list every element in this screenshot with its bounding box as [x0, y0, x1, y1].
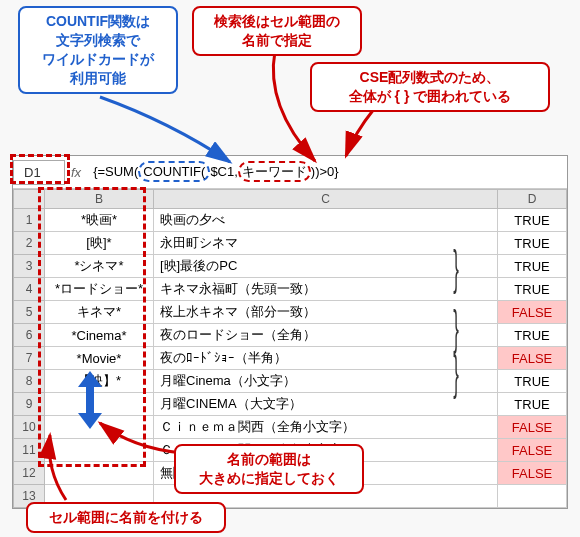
cell[interactable]: TRUE — [498, 278, 567, 301]
row-header[interactable]: 2 — [14, 232, 45, 255]
cell[interactable]: *Cinema* — [45, 324, 154, 347]
formula-part5: ))>0 — [311, 164, 334, 179]
cell[interactable]: FALSE — [498, 439, 567, 462]
cell[interactable]: *シネマ* — [45, 255, 154, 278]
callout-countif-wildcard: COUNTIF関数は文字列検索でワイルドカードが利用可能 — [18, 6, 178, 94]
cell[interactable]: *ロードショー* — [45, 278, 154, 301]
cell[interactable]: キネマ* — [45, 301, 154, 324]
cell[interactable]: FALSE — [498, 462, 567, 485]
table-row: 5キネマ*桜上水キネマ（部分一致）FALSE — [14, 301, 567, 324]
cell[interactable]: キネマ永福町（先頭一致） — [154, 278, 498, 301]
arrow-red-braces — [334, 104, 394, 164]
table-row: 2[映]*永田町シネマTRUE — [14, 232, 567, 255]
row-header[interactable]: 3 — [14, 255, 45, 278]
cell[interactable] — [498, 485, 567, 508]
callout-range-large: 名前の範囲は大きめに指定しておく — [174, 444, 364, 494]
arrow-red-name-range — [36, 430, 76, 504]
cell[interactable]: TRUE — [498, 232, 567, 255]
table-row: 4*ロードショー*キネマ永福町（先頭一致）TRUE — [14, 278, 567, 301]
table-row: 6*Cinema*夜のロードショー（全角）TRUE — [14, 324, 567, 347]
cell[interactable]: FALSE — [498, 347, 567, 370]
cell[interactable]: TRUE — [498, 370, 567, 393]
row-header[interactable]: 4 — [14, 278, 45, 301]
brace-icon-1: } — [453, 240, 459, 295]
name-box[interactable]: D1 — [13, 160, 65, 185]
col-header-c[interactable]: C — [154, 190, 498, 209]
cell[interactable]: *映画* — [45, 209, 154, 232]
cell[interactable]: FALSE — [498, 301, 567, 324]
table-row: 3*シネマ*[映]最後のPCTRUE — [14, 255, 567, 278]
cell[interactable]: [映]* — [45, 232, 154, 255]
row-header[interactable]: 7 — [14, 347, 45, 370]
cell[interactable]: 永田町シネマ — [154, 232, 498, 255]
table-row: 7*Movie*夜のﾛｰﾄﾞｼｮｰ（半角）FALSE — [14, 347, 567, 370]
cell[interactable]: Ｃｉｎｅｍａ関西（全角小文字） — [154, 416, 498, 439]
brace-icon-3: } — [453, 345, 459, 400]
cell[interactable]: *Movie* — [45, 347, 154, 370]
cell[interactable]: 月曜CINEMA（大文字） — [154, 393, 498, 416]
corner-cell[interactable] — [14, 190, 45, 209]
row-header[interactable]: 6 — [14, 324, 45, 347]
row-header[interactable]: 5 — [14, 301, 45, 324]
row-header[interactable]: 1 — [14, 209, 45, 232]
cell[interactable]: 映画の夕べ — [154, 209, 498, 232]
cell[interactable]: 夜のﾛｰﾄﾞｼｮｰ（半角） — [154, 347, 498, 370]
fx-label: fx — [65, 165, 87, 180]
callout-cse-braces: CSE配列数式のため、全体が { } で囲われている — [310, 62, 550, 112]
row-header[interactable]: 8 — [14, 370, 45, 393]
cell[interactable]: TRUE — [498, 255, 567, 278]
table-row: 1*映画*映画の夕べTRUE — [14, 209, 567, 232]
formula-close-brace: } — [334, 164, 338, 179]
arrow-blue-to-formula — [90, 92, 240, 172]
cell[interactable]: TRUE — [498, 209, 567, 232]
callout-named-range-after-search: 検索後はセル範囲の名前で指定 — [192, 6, 362, 56]
column-header-row: B C D — [14, 190, 567, 209]
callout-name-cell-range: セル範囲に名前を付ける — [26, 502, 226, 533]
cell[interactable]: TRUE — [498, 324, 567, 347]
cell[interactable]: 夜のロードショー（全角） — [154, 324, 498, 347]
cell[interactable]: [映]最後のPC — [154, 255, 498, 278]
cell[interactable]: TRUE — [498, 393, 567, 416]
col-header-b[interactable]: B — [45, 190, 154, 209]
cell[interactable]: 月曜Cinema（小文字） — [154, 370, 498, 393]
cell[interactable]: 桜上水キネマ（部分一致） — [154, 301, 498, 324]
row-header[interactable]: 9 — [14, 393, 45, 416]
cell[interactable]: FALSE — [498, 416, 567, 439]
col-header-d[interactable]: D — [498, 190, 567, 209]
